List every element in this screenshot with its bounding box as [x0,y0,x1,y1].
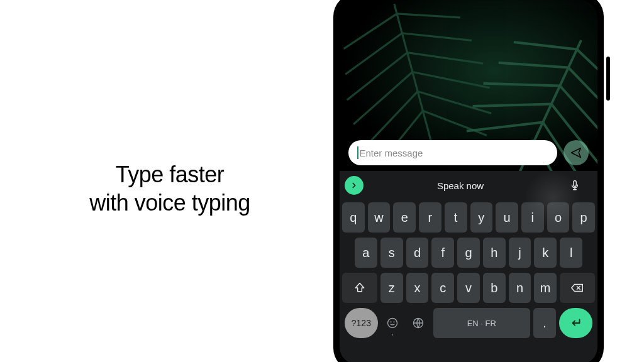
key-a[interactable]: a [355,238,377,268]
key-s[interactable]: s [380,238,403,268]
keyboard: Speak now qwertyuiop asdfghjkl zxc [340,171,597,362]
headline-line-2: with voice typing [38,189,302,217]
key-b[interactable]: b [483,273,506,303]
key-r[interactable]: r [419,202,441,233]
language-switch-key[interactable] [407,308,430,338]
key-q[interactable]: q [342,202,365,233]
emoji-key-sublabel: , [391,328,393,337]
microphone-icon [569,180,580,191]
key-u[interactable]: u [496,202,518,233]
key-k[interactable]: k [534,238,557,268]
keyboard-expand-button[interactable] [345,176,364,195]
key-f[interactable]: f [431,238,454,268]
enter-icon [569,316,583,330]
emoji-key[interactable]: , [381,308,404,338]
key-l[interactable]: l [560,238,582,268]
key-z[interactable]: z [380,273,403,303]
key-y[interactable]: y [470,202,493,233]
shift-key[interactable] [342,273,377,303]
key-e[interactable]: e [393,202,416,233]
key-c[interactable]: c [431,273,454,303]
headline-line-1: Type faster [38,160,302,189]
send-button[interactable] [564,140,589,165]
backspace-icon [570,281,584,295]
keyboard-suggestion-bar: Speak now [340,171,597,200]
globe-icon [412,317,425,329]
svg-point-0 [387,319,397,328]
send-icon [570,146,582,159]
phone-screen: Enter message Speak now [340,0,597,362]
key-m[interactable]: m [534,273,557,303]
marketing-headline: Type faster with voice typing [38,160,302,217]
backspace-key[interactable] [560,273,595,303]
key-h[interactable]: h [483,238,506,268]
key-d[interactable]: d [406,238,429,268]
key-v[interactable]: v [457,273,480,303]
key-j[interactable]: j [509,238,531,268]
microphone-button[interactable] [557,171,592,200]
enter-key[interactable] [559,308,592,338]
key-t[interactable]: t [445,202,467,233]
symbols-key[interactable]: ?123 [345,308,378,338]
keyboard-row-2: asdfghjkl [342,238,595,268]
svg-point-1 [390,321,391,322]
shift-icon [353,282,366,294]
key-g[interactable]: g [457,238,480,268]
chevron-right-icon [350,181,358,190]
period-key[interactable]: . [533,308,557,338]
phone-side-button [606,57,610,101]
keyboard-row-bottom: ?123 , [342,308,595,344]
spacebar-key[interactable]: EN · FR [433,308,530,338]
message-input[interactable]: Enter message [348,140,557,165]
key-x[interactable]: x [406,273,429,303]
phone-mockup: Enter message Speak now [333,0,604,362]
svg-point-2 [393,321,394,322]
message-placeholder: Enter message [360,148,423,158]
message-input-row: Enter message [348,140,589,166]
emoji-icon [386,317,399,329]
key-n[interactable]: n [509,273,531,303]
text-cursor [357,146,358,159]
key-w[interactable]: w [368,202,391,233]
keyboard-row-3: zxcvbnm [342,273,595,303]
